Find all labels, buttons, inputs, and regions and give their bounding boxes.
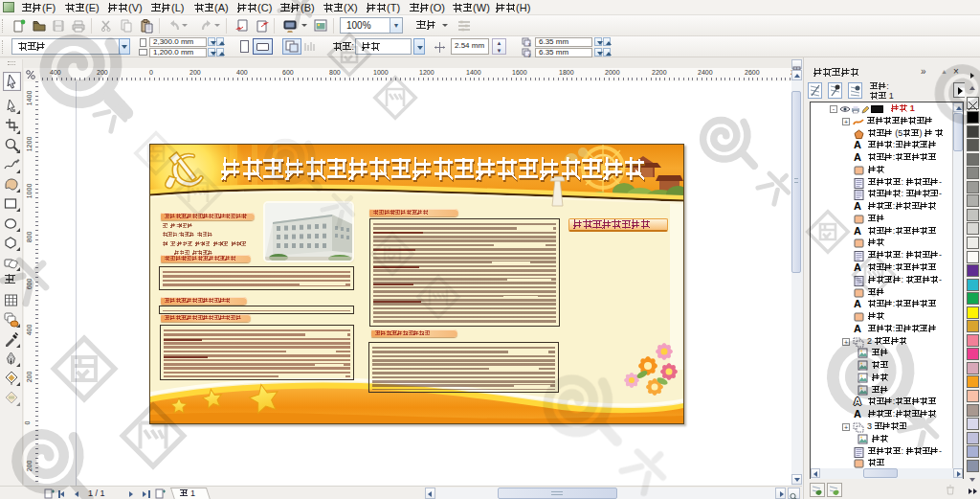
svg-text:y: y [528, 52, 531, 57]
svg-text:x: x [528, 41, 531, 47]
